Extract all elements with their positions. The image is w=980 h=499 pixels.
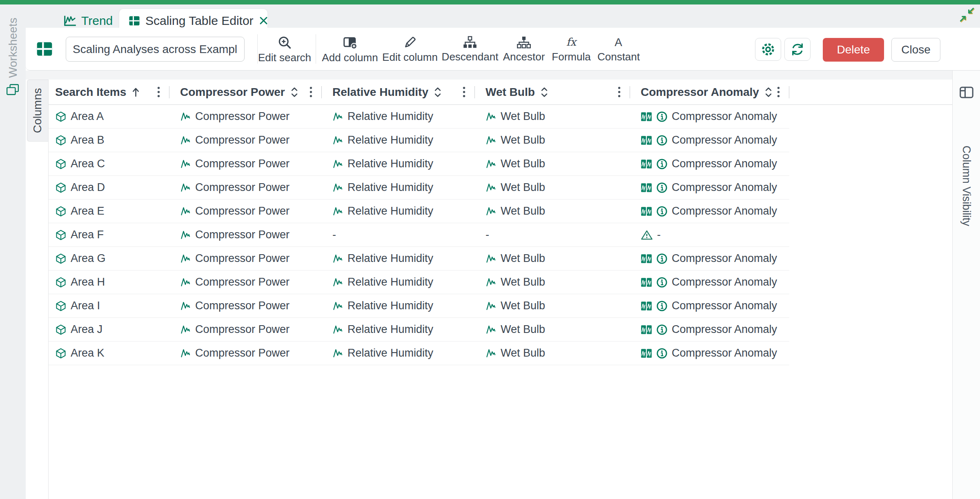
info-icon — [656, 348, 668, 359]
cell-wet-bulb[interactable]: Wet Bulb — [475, 271, 630, 294]
cell-search-item[interactable]: Area H — [49, 271, 169, 294]
search-name-input[interactable] — [66, 37, 245, 62]
cell-text: Compressor Anomaly — [672, 205, 777, 217]
cell-compressor-anomaly[interactable]: Compressor Anomaly — [630, 176, 789, 199]
cell-relative-humidity[interactable]: Relative Humidity — [322, 152, 475, 175]
cell-relative-humidity[interactable]: - — [322, 223, 475, 246]
cell-relative-humidity[interactable]: Relative Humidity — [322, 176, 475, 199]
cell-relative-humidity[interactable]: Relative Humidity — [322, 318, 475, 341]
cell-compressor-anomaly[interactable]: Compressor Anomaly — [630, 342, 789, 365]
edit-search-button[interactable]: Edit search — [254, 32, 315, 67]
cell-compressor-power[interactable]: Compressor Power — [169, 318, 322, 341]
cell-wet-bulb[interactable]: Wet Bulb — [475, 200, 630, 223]
cell-search-item[interactable]: Area D — [49, 176, 169, 199]
cell-search-item[interactable]: Area F — [49, 223, 169, 246]
cell-relative-humidity[interactable]: Relative Humidity — [322, 271, 475, 294]
cell-wet-bulb[interactable]: Wet Bulb — [475, 318, 630, 341]
cell-text: Area B — [71, 134, 105, 146]
cell-wet-bulb[interactable]: Wet Bulb — [475, 247, 630, 270]
cell-compressor-anomaly[interactable]: Compressor Anomaly — [630, 200, 789, 223]
cell-compressor-power[interactable]: Compressor Power — [169, 200, 322, 223]
cell-compressor-anomaly[interactable]: Compressor Anomaly — [630, 294, 789, 317]
cell-compressor-anomaly[interactable]: Compressor Anomaly — [630, 271, 789, 294]
kebab-menu-icon[interactable] — [617, 86, 621, 98]
descendant-button[interactable]: Descendant — [439, 32, 501, 67]
cell-compressor-power[interactable]: Compressor Power — [169, 105, 322, 128]
cell-compressor-power[interactable]: Compressor Power — [169, 342, 322, 365]
table-row[interactable]: Area FCompressor Power--- — [49, 223, 789, 247]
table-row[interactable]: Area KCompressor PowerRelative HumidityW… — [49, 342, 789, 365]
cell-wet-bulb[interactable]: Wet Bulb — [475, 176, 630, 199]
cell-wet-bulb[interactable]: Wet Bulb — [475, 129, 630, 152]
sort-both-icon[interactable] — [290, 86, 299, 98]
cell-search-item[interactable]: Area E — [49, 200, 169, 223]
close-button[interactable]: Close — [891, 38, 940, 62]
columns-collapsed-tab[interactable]: Columns — [27, 80, 48, 142]
toolbar-button-label: Edit search — [258, 51, 311, 64]
cell-relative-humidity[interactable]: Relative Humidity — [322, 129, 475, 152]
sort-asc-icon[interactable] — [131, 87, 140, 97]
cell-wet-bulb[interactable]: - — [475, 223, 630, 246]
kebab-menu-icon[interactable] — [309, 86, 313, 98]
delete-button[interactable]: Delete — [823, 38, 884, 62]
cell-compressor-anomaly[interactable]: Compressor Anomaly — [630, 105, 789, 128]
cell-text: Relative Humidity — [347, 323, 433, 336]
cell-compressor-anomaly[interactable]: - — [630, 223, 789, 246]
table-row[interactable]: Area JCompressor PowerRelative HumidityW… — [49, 318, 789, 342]
cell-search-item[interactable]: Area B — [49, 129, 169, 152]
cell-relative-humidity[interactable]: Relative Humidity — [322, 342, 475, 365]
collapse-arrows-icon[interactable] — [959, 7, 975, 23]
sort-both-icon[interactable] — [433, 86, 442, 98]
edit-column-button[interactable]: Edit column — [379, 32, 441, 67]
cell-relative-humidity[interactable]: Relative Humidity — [322, 247, 475, 270]
cell-search-item[interactable]: Area G — [49, 247, 169, 270]
cell-wet-bulb[interactable]: Wet Bulb — [475, 105, 630, 128]
close-tab-icon[interactable] — [258, 16, 269, 26]
constant-button[interactable]: AConstant — [588, 32, 649, 67]
kebab-menu-icon[interactable] — [157, 86, 160, 98]
table-row[interactable]: Area HCompressor PowerRelative HumidityW… — [49, 271, 789, 294]
cell-search-item[interactable]: Area J — [49, 318, 169, 341]
cell-compressor-power[interactable]: Compressor Power — [169, 247, 322, 270]
column-visibility-collapsed-panel[interactable]: Column Visibility — [952, 71, 980, 499]
settings-button[interactable] — [755, 38, 781, 61]
add-column-button[interactable]: Add column — [319, 32, 381, 67]
cell-wet-bulb[interactable]: Wet Bulb — [475, 294, 630, 317]
cell-text: Wet Bulb — [501, 323, 545, 336]
cell-compressor-power[interactable]: Compressor Power — [169, 152, 322, 175]
worksheets-collapsed-panel[interactable]: Worksheets — [0, 4, 26, 499]
table-row[interactable]: Area GCompressor PowerRelative HumidityW… — [49, 247, 789, 271]
table-grid-icon[interactable] — [35, 39, 54, 59]
cell-wet-bulb[interactable]: Wet Bulb — [475, 342, 630, 365]
cell-text: Relative Humidity — [347, 110, 433, 123]
sort-both-icon[interactable] — [764, 86, 773, 98]
cell-relative-humidity[interactable]: Relative Humidity — [322, 105, 475, 128]
table-row[interactable]: Area ICompressor PowerRelative HumidityW… — [49, 294, 789, 318]
cell-search-item[interactable]: Area C — [49, 152, 169, 175]
kebab-menu-icon[interactable] — [777, 86, 780, 98]
table-row[interactable]: Area ECompressor PowerRelative HumidityW… — [49, 200, 789, 223]
cell-relative-humidity[interactable]: Relative Humidity — [322, 294, 475, 317]
cell-compressor-anomaly[interactable]: Compressor Anomaly — [630, 129, 789, 152]
cell-search-item[interactable]: Area I — [49, 294, 169, 317]
cell-compressor-power[interactable]: Compressor Power — [169, 223, 322, 246]
table-row[interactable]: Area DCompressor PowerRelative HumidityW… — [49, 176, 789, 200]
refresh-button[interactable] — [784, 38, 811, 61]
cell-compressor-anomaly[interactable]: Compressor Anomaly — [630, 247, 789, 270]
cell-search-item[interactable]: Area A — [49, 105, 169, 128]
signal-icon — [180, 206, 191, 217]
cell-relative-humidity[interactable]: Relative Humidity — [322, 200, 475, 223]
table-row[interactable]: Area ACompressor PowerRelative HumidityW… — [49, 105, 789, 129]
cell-search-item[interactable]: Area K — [49, 342, 169, 365]
cell-compressor-anomaly[interactable]: Compressor Anomaly — [630, 318, 789, 341]
table-row[interactable]: Area BCompressor PowerRelative HumidityW… — [49, 129, 789, 152]
cell-compressor-power[interactable]: Compressor Power — [169, 271, 322, 294]
kebab-menu-icon[interactable] — [462, 86, 466, 98]
cell-compressor-power[interactable]: Compressor Power — [169, 176, 322, 199]
cell-compressor-anomaly[interactable]: Compressor Anomaly — [630, 152, 789, 175]
cell-compressor-power[interactable]: Compressor Power — [169, 129, 322, 152]
table-row[interactable]: Area CCompressor PowerRelative HumidityW… — [49, 152, 789, 176]
cell-wet-bulb[interactable]: Wet Bulb — [475, 152, 630, 175]
cell-compressor-power[interactable]: Compressor Power — [169, 294, 322, 317]
sort-both-icon[interactable] — [540, 86, 549, 98]
